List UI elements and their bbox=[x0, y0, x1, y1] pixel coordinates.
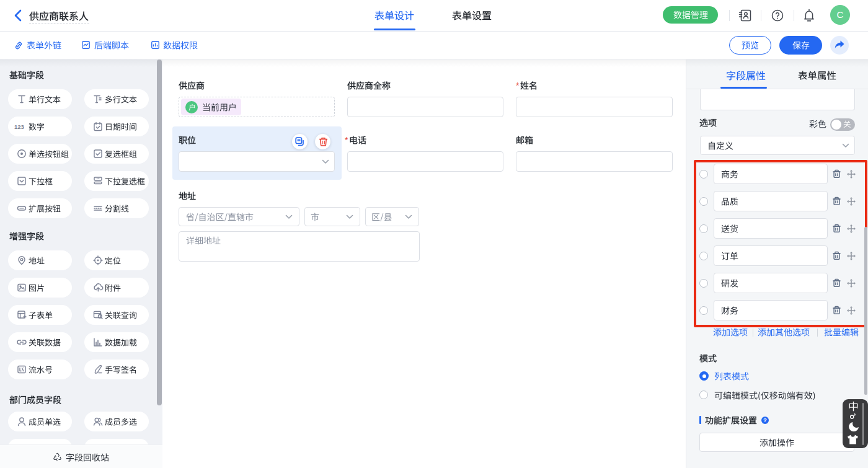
svg-text:123: 123 bbox=[14, 123, 24, 130]
